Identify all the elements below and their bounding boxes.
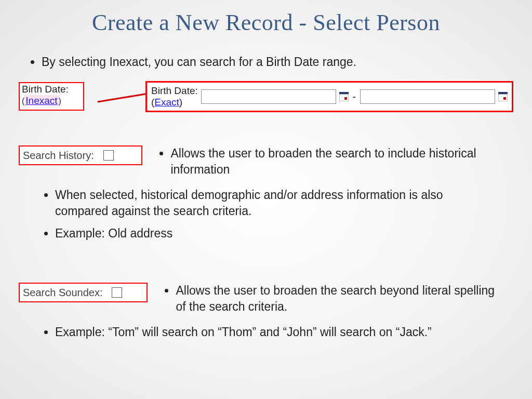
search-history-box: Search History:	[19, 145, 142, 165]
soundex-detail-bullets: Example: “Tom” will search on “Thom” and…	[19, 324, 513, 340]
date-to-input[interactable]	[360, 89, 495, 104]
history-detail-bullets: When selected, historical demographic an…	[19, 187, 513, 242]
intro-bullet: By selecting Inexact, you can search for…	[42, 54, 532, 70]
date-from-input[interactable]	[201, 89, 336, 104]
birthdate-inexact-box: Birth Date: (Inexact)	[19, 82, 84, 111]
range-dash: -	[352, 91, 357, 103]
slide-title: Create a New Record - Select Person	[0, 0, 532, 36]
slide: Create a New Record - Select Person By s…	[0, 0, 532, 399]
search-soundex-label: Search Soundex:	[23, 287, 102, 299]
search-soundex-checkbox[interactable]	[112, 287, 122, 298]
birthdate-exact-panel: Birth Date: (Exact) -	[145, 81, 513, 112]
search-history-section: Search History: Allows the user to broad…	[19, 145, 513, 248]
birthdate-label-2: Birth Date:	[151, 86, 198, 97]
search-soundex-right: Allows the user to broaden the search be…	[163, 283, 501, 315]
calendar-icon[interactable]	[498, 92, 508, 101]
calendar-icon[interactable]	[339, 92, 349, 101]
soundex-broaden-bullet: Allows the user to broaden the search be…	[176, 283, 501, 315]
search-soundex-section: Search Soundex: Allows the user to broad…	[19, 283, 513, 347]
birthdate-label-1: Birth Date:	[22, 84, 81, 95]
intro-section: By selecting Inexact, you can search for…	[0, 49, 532, 75]
birthdate-exact-labels: Birth Date: (Exact)	[151, 86, 198, 108]
birthdate-inexact-line: (Inexact)	[22, 95, 81, 107]
search-soundex-box: Search Soundex:	[19, 283, 148, 302]
history-broaden-bullet: Allows the user to broaden the search to…	[170, 145, 496, 178]
search-history-checkbox[interactable]	[103, 150, 114, 161]
search-history-right: Allows the user to broaden the search to…	[158, 145, 496, 178]
inexact-toggle-link[interactable]: Inexact	[24, 95, 58, 106]
history-bullet-1: When selected, historical demographic an…	[55, 187, 513, 219]
exact-toggle-link[interactable]: Exact	[154, 97, 179, 108]
history-bullet-2: Example: Old address	[55, 225, 513, 242]
soundex-bullet-1: Example: “Tom” will search on “Thom” and…	[55, 324, 513, 340]
search-history-label: Search History:	[23, 150, 94, 162]
birthdate-row: Birth Date: (Inexact) Birth Date: (Exact…	[19, 81, 513, 119]
